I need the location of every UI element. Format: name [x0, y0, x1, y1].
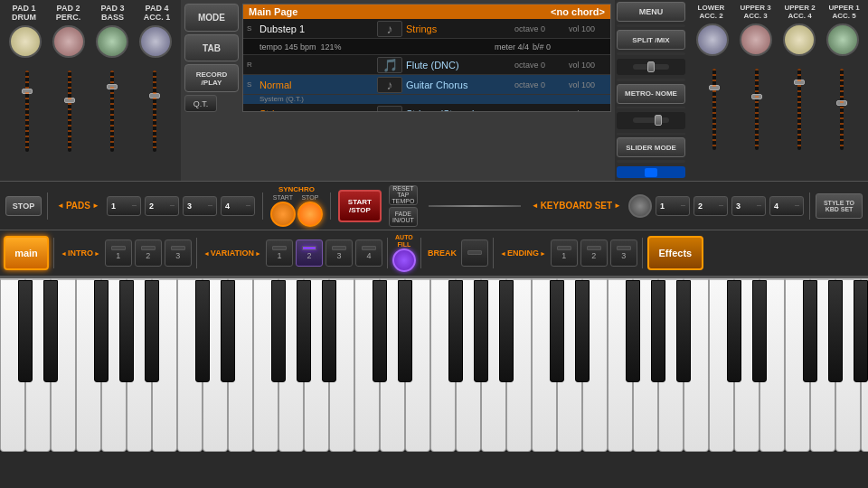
pad-num-3[interactable]: 3─	[183, 196, 217, 216]
white-key-1-3[interactable]	[253, 278, 278, 452]
variation-btn-4[interactable]: 4	[355, 239, 382, 267]
black-key-2-0[interactable]	[373, 280, 387, 382]
style-to-kbd-button[interactable]: STYLE TOKBD SET	[816, 193, 863, 219]
split-mix-button[interactable]: SPLIT /MIX	[617, 30, 685, 50]
fader-bass[interactable]	[107, 67, 118, 166]
white-key-1-0[interactable]	[177, 278, 203, 452]
acc1-pad-button[interactable]	[139, 25, 172, 58]
metronome-button[interactable]: METRO- NOME	[617, 84, 685, 104]
perc-pad-button[interactable]	[52, 25, 85, 58]
ending-btn-3[interactable]: 3	[610, 239, 637, 267]
variation-btn-1[interactable]: 1	[266, 239, 293, 267]
ending-btn-1[interactable]: 1	[551, 239, 578, 267]
fader-lower[interactable]	[709, 65, 720, 164]
black-key-0-3[interactable]	[94, 280, 108, 382]
black-key-2-1[interactable]	[398, 280, 412, 382]
stop-button[interactable]: STOP	[5, 196, 42, 216]
variation-btn-3[interactable]: 3	[326, 239, 353, 267]
black-key-0-4[interactable]	[119, 280, 134, 382]
lower-pad-button[interactable]	[696, 23, 729, 56]
white-key-2-0[interactable]	[354, 278, 380, 452]
white-key-3-3[interactable]	[608, 278, 633, 452]
black-key-2-4[interactable]	[474, 280, 488, 382]
black-key-4-5[interactable]	[854, 280, 868, 382]
black-key-2-3[interactable]	[448, 280, 463, 382]
pad-num-2[interactable]: 2─	[145, 196, 179, 216]
slider-mode-indicator[interactable]	[617, 166, 685, 178]
black-key-1-3[interactable]	[271, 280, 286, 382]
synchro-stop-button[interactable]	[297, 202, 323, 227]
intro-btn-3[interactable]: 3	[165, 239, 192, 267]
menu-button[interactable]: MENU	[617, 2, 685, 22]
mode-button[interactable]: MODE	[184, 4, 239, 32]
slider-mode-button[interactable]: SLIDER MODE	[617, 137, 685, 157]
ending-btn-2[interactable]: 2	[580, 239, 608, 267]
black-key-1-0[interactable]	[195, 280, 210, 382]
black-key-2-5[interactable]	[499, 280, 514, 382]
synchro-start-button[interactable]	[270, 202, 296, 227]
black-key-0-0[interactable]	[18, 280, 33, 382]
variation-btn-2[interactable]: 2	[296, 239, 323, 267]
pads-section-label: PADS	[53, 201, 103, 211]
piano-keyboard[interactable]	[0, 276, 868, 452]
black-key-3-5[interactable]	[676, 280, 691, 382]
fader-acc1[interactable]	[149, 67, 160, 166]
record-play-button[interactable]: RECORD /PLAY	[184, 64, 239, 92]
black-key-0-1[interactable]	[43, 280, 58, 382]
black-key-3-3[interactable]	[626, 280, 640, 382]
kbd-num-1[interactable]: 1─	[656, 196, 690, 216]
reset-tap-button[interactable]: RESETTAP TEMPO	[389, 185, 418, 205]
white-key-0-0[interactable]	[0, 278, 25, 452]
fade-in-out-button[interactable]: FADEIN/OUT	[389, 207, 418, 227]
intro-btn-2[interactable]: 2	[135, 239, 162, 267]
white-key-4-3[interactable]	[785, 278, 810, 452]
kbd-set-selector[interactable]	[628, 194, 652, 218]
tab-button[interactable]: TAB	[184, 34, 239, 62]
white-key-3-0[interactable]	[532, 278, 557, 452]
display-row-2[interactable]: S Normal ♪ Guitar Chorus octave 0 vol 10…	[243, 75, 610, 95]
black-key-4-0[interactable]	[727, 280, 741, 382]
main-button[interactable]: main	[4, 236, 49, 270]
drum-pad-button[interactable]	[9, 25, 42, 58]
fader-upper2[interactable]	[794, 65, 805, 164]
white-key-2-3[interactable]	[430, 278, 456, 452]
fader-perc[interactable]	[64, 67, 75, 166]
upper1-pad-button[interactable]	[826, 23, 859, 56]
white-key-4-0[interactable]	[709, 278, 734, 452]
white-key-0-3[interactable]	[76, 278, 101, 452]
fader-drum[interactable]	[22, 67, 33, 166]
black-key-3-0[interactable]	[550, 280, 564, 382]
black-key-1-4[interactable]	[297, 280, 311, 382]
metronome-fader[interactable]	[617, 112, 685, 128]
display-row-1[interactable]: R 🎵 Flute (DNC) octave 0 vol 100 UP2	[243, 55, 610, 75]
black-key-4-1[interactable]	[752, 280, 767, 382]
row-vol-0: vol 100	[569, 24, 611, 33]
qt-button[interactable]: Q.T.	[184, 95, 217, 112]
effects-button[interactable]: Effects	[647, 236, 703, 270]
split-mix-fader[interactable]	[617, 59, 685, 75]
kbd-num-2[interactable]: 2─	[693, 196, 728, 216]
break-btn[interactable]	[461, 239, 488, 267]
black-key-3-4[interactable]	[651, 280, 665, 382]
display-row-0[interactable]: S Dubstep 1 ♪ Strings octave 0 vol 100 U…	[243, 19, 610, 39]
black-key-4-3[interactable]	[803, 280, 817, 382]
black-key-1-1[interactable]	[221, 280, 235, 382]
bass-pad-button[interactable]	[96, 25, 128, 58]
upper2-pad-button[interactable]	[783, 23, 816, 56]
black-key-3-1[interactable]	[575, 280, 590, 382]
auto-fill-button[interactable]	[392, 249, 416, 272]
start-stop-button[interactable]: START/STOP	[338, 190, 382, 222]
fader-upper3[interactable]	[751, 65, 762, 164]
fader-upper1[interactable]	[836, 65, 847, 164]
display-row-3[interactable]: K Strings ♪ Strings (Stereo) octave 0 vo…	[243, 104, 610, 112]
black-key-4-4[interactable]	[828, 280, 843, 382]
intro-btn-1[interactable]: 1	[105, 239, 132, 267]
upper3-pad-button[interactable]	[740, 23, 772, 56]
black-key-1-5[interactable]	[322, 280, 336, 382]
auto-fill-label2: FILL	[398, 241, 411, 248]
pad-num-4[interactable]: 4─	[221, 196, 255, 216]
kbd-num-4[interactable]: 4─	[769, 196, 804, 216]
black-key-0-5[interactable]	[145, 280, 159, 382]
pad-num-1[interactable]: 1─	[107, 196, 141, 216]
kbd-num-3[interactable]: 3─	[731, 196, 766, 216]
